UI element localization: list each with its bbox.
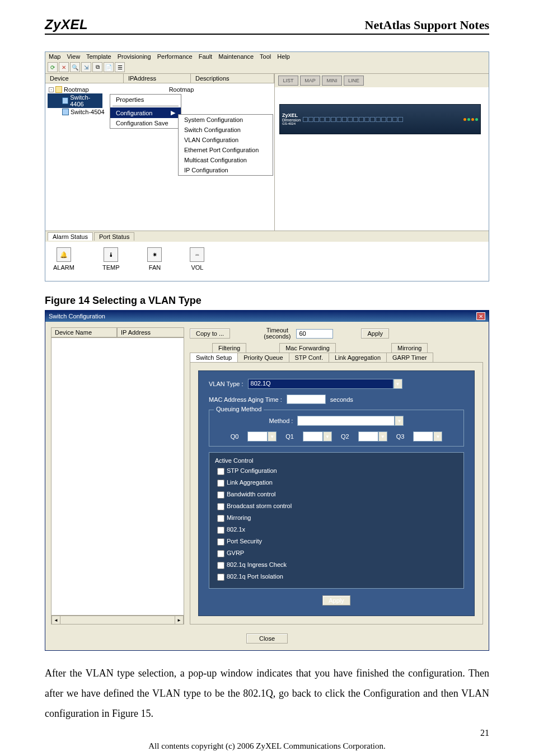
submenu-ip-configuration[interactable]: IP Configuration [179,165,273,175]
port-icon [325,117,330,122]
device-icon [62,97,68,104]
q0-select[interactable]: ▼ [247,431,277,442]
q3-select[interactable]: ▼ [413,431,442,442]
menu-item[interactable]: Maintenance [218,53,254,60]
switch-setup-panel: VLAN Type : 802.1Q ▼ MAC Address Aging T… [190,362,483,624]
view-line-button[interactable]: LINE [344,76,364,86]
chevron-down-icon[interactable]: ▼ [394,379,402,389]
submenu-ethernet-port-configuration[interactable]: Ethernet Port Configuration [179,145,273,155]
view-mini-button[interactable]: MINI [322,76,342,86]
tree-root[interactable]: - Rootmap Rootmap [48,86,272,93]
chk-8021x[interactable]: 802.1x [215,525,458,536]
chk-stp-configuration[interactable]: STP Configuration [215,466,458,477]
menu-item[interactable]: Fault [199,53,212,60]
port-icon [336,117,341,122]
menu-item[interactable]: Performance [157,53,193,60]
menu-item[interactable]: Template [86,53,111,60]
submenu-system-configuration[interactable]: System Configuration [179,115,273,125]
port-icon [331,117,336,122]
status-label: FAN [149,264,161,271]
chevron-down-icon[interactable]: ▼ [378,431,387,442]
tree-root-desc: Rootmap [169,86,194,93]
tab-garp-timer[interactable]: GARP Timer [386,353,433,363]
tab-link-aggregation[interactable]: Link Aggregation [329,353,387,363]
chevron-down-icon[interactable]: ▼ [323,431,332,442]
copy-to-button[interactable]: Copy to ... [190,328,230,339]
apply-button-top[interactable]: Apply [361,328,389,339]
menu-item[interactable]: Tool [260,53,271,60]
export-icon[interactable]: ⇲ [81,62,91,72]
folder-icon [55,86,62,93]
q1-select[interactable]: ▼ [303,431,332,442]
status-body: 🔔 ALARM 🌡 TEMP ✷ FAN ⎓ VOL [45,242,489,281]
page-header: ZyXEL NetAtlas Support Notes [45,17,489,35]
submenu-switch-configuration[interactable]: Switch Configuration [179,125,273,135]
properties-icon[interactable]: ☰ [115,62,125,72]
chk-mirroring[interactable]: Mirroring [215,513,458,524]
toolbar: ⟳ ✕ 🔍 ⇲ ⧉ 📄 ☰ [45,61,489,74]
fan-icon: ✷ [147,247,162,262]
tab-stp-conf[interactable]: STP Conf. [289,353,330,363]
vlan-type-select[interactable]: 802.1Q ▼ [248,379,402,389]
chk-gvrp[interactable]: GVRP [215,548,458,559]
context-menu-properties[interactable]: Properties [110,95,181,105]
refresh-icon[interactable]: ⟳ [48,62,58,72]
cm-label: Configuration [116,110,152,116]
scroll-left-icon[interactable]: ◄ [51,616,60,624]
context-menu-config-save[interactable]: Configuration Save [110,118,181,128]
brand-logo: ZyXEL [45,17,88,32]
context-menu[interactable]: Properties Configuration ▶ Configuration… [110,94,181,129]
configuration-submenu[interactable]: System Configuration Switch Configuratio… [178,114,273,176]
mac-aging-input[interactable] [287,395,326,404]
chk-8021q-port-isolation[interactable]: 802.1q Port Isolation [215,572,458,583]
close-button[interactable]: Close [246,633,288,644]
dialog-title: Switch Configuration [49,313,105,320]
tab-mac-forwarding[interactable]: Mac Forwarding [279,343,336,353]
horizontal-scrollbar[interactable]: ◄ ► [51,616,184,624]
view-list-button[interactable]: LIST [278,76,298,86]
copy-icon[interactable]: ⧉ [92,62,102,72]
led-icon [467,118,470,121]
paste-icon[interactable]: 📄 [104,62,114,72]
tab-alarm-status[interactable]: Alarm Status [48,232,93,241]
menu-bar: Map View Template Provisioning Performan… [45,52,489,61]
port-icon [392,117,397,122]
apply-button-bottom[interactable]: Apply [322,595,350,605]
menu-item[interactable]: View [67,53,80,60]
chk-8021q-ingress-check[interactable]: 802.1q Ingress Check [215,560,458,571]
tree-item-selected[interactable]: Switch-4406 [48,93,102,108]
scroll-right-icon[interactable]: ► [175,616,184,624]
method-row: Method : ▼ [215,416,458,426]
tab-switch-setup[interactable]: Switch Setup [190,353,238,363]
view-map-button[interactable]: MAP [300,76,320,86]
delete-icon[interactable]: ✕ [59,62,69,72]
menu-item[interactable]: Provisioning [118,53,151,60]
led-icon [471,118,474,121]
chevron-down-icon[interactable]: ▼ [395,416,404,426]
tab-priority-queue[interactable]: Priority Queue [237,353,289,363]
submenu-vlan-configuration[interactable]: VLAN Configuration [179,135,273,145]
close-icon[interactable]: ✕ [476,312,485,320]
chk-port-security[interactable]: Port Security [215,537,458,547]
tab-port-status[interactable]: Port Status [94,232,134,241]
tab-mirroring[interactable]: Mirroring [391,343,428,353]
device-list-body[interactable] [51,337,184,616]
search-icon[interactable]: 🔍 [70,62,80,72]
doc-title: NetAtlas Support Notes [365,18,489,32]
chk-link-aggregation[interactable]: Link Aggregation [215,478,458,489]
menu-item[interactable]: Map [49,53,60,60]
switch-graphic[interactable]: ZyXEL Dimension GS-4024 [279,104,481,134]
method-select[interactable]: ▼ [297,416,404,426]
submenu-multicast-configuration[interactable]: Multicast Configuration [179,155,273,165]
timeout-input[interactable] [296,329,333,339]
menu-item[interactable]: Help [277,53,290,60]
chk-broadcast-storm-control[interactable]: Broadcast storm control [215,501,458,512]
status-fan: ✷ FAN [147,247,162,271]
chk-bandwidth-control[interactable]: Bandwidth control [215,490,458,500]
chevron-down-icon[interactable]: ▼ [268,431,277,442]
port-icon [348,117,353,122]
q2-select[interactable]: ▼ [358,431,387,442]
chevron-down-icon[interactable]: ▼ [433,431,442,442]
context-menu-configuration[interactable]: Configuration ▶ [110,107,181,118]
tab-filtering[interactable]: Filtering [212,343,246,353]
